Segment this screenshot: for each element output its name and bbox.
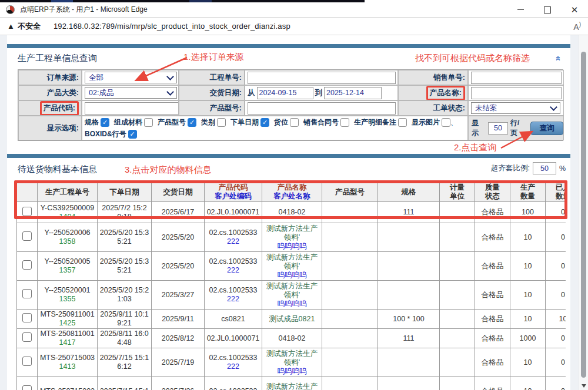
- checkbox-unchecked-icon[interactable]: [398, 118, 407, 127]
- window-titlebar: 点晴ERP子系统 - 用户1 - Microsoft Edge ✕: [0, 0, 588, 18]
- status-label: 工单状态:: [398, 100, 468, 116]
- sales-order-cell: [468, 70, 564, 85]
- table-row: MTS-2507150022025/7/15 15:12025/7/2602.c…: [17, 377, 566, 390]
- cell-product-code: 02.cs.1002533222: [205, 348, 262, 377]
- order-source-label: 订单来源:: [18, 70, 82, 85]
- cell-product-name: 测试新方法生产领料'呜呜呜呜: [262, 223, 322, 252]
- date-from-input[interactable]: [257, 87, 313, 99]
- rows-prefix-label: 显示: [472, 118, 486, 138]
- display-option[interactable]: 产品型号✓: [158, 117, 196, 127]
- display-option[interactable]: 销售合同号: [303, 117, 349, 127]
- checkbox-unchecked-icon[interactable]: [290, 118, 299, 127]
- display-option[interactable]: 下单日期✓: [230, 117, 269, 127]
- checkbox-checked-icon[interactable]: ✓: [260, 118, 269, 127]
- date-to-input[interactable]: [324, 87, 382, 99]
- row-checkbox[interactable]: [22, 332, 32, 342]
- ratio-input[interactable]: [533, 162, 556, 174]
- cell-model: [322, 348, 378, 377]
- scrollbar-thumb[interactable]: [581, 52, 586, 378]
- chevron-down-icon: [166, 73, 174, 80]
- product-model-input[interactable]: [248, 102, 396, 115]
- row-checkbox[interactable]: [22, 289, 32, 298]
- cell-spec: 111: [378, 329, 440, 348]
- cell-select: [17, 202, 38, 223]
- column-header: 已入 数量: [546, 183, 566, 202]
- cell-order-date: 2025/8/11 16:0 4:48: [98, 329, 152, 348]
- checkbox-unchecked-icon[interactable]: [217, 118, 226, 127]
- cell-product-code: 02.cs.1002533: [205, 377, 262, 390]
- cell-order-date: 2025/9/11 10:1 9:21: [98, 310, 152, 329]
- checkbox-checked-icon[interactable]: ✓: [128, 130, 137, 139]
- row-checkbox[interactable]: [22, 260, 32, 270]
- order-source-select[interactable]: 全部: [85, 72, 177, 83]
- page-left-margin: [0, 35, 7, 390]
- sales-order-input[interactable]: [471, 72, 562, 84]
- cell-quality-status: 合格品: [475, 281, 510, 310]
- checkbox-unchecked-icon[interactable]: [144, 118, 153, 127]
- display-option[interactable]: 生产明细备注: [354, 117, 407, 127]
- product-code-label: 产品代码:: [44, 104, 75, 112]
- not-secure-label[interactable]: 不安全: [18, 21, 41, 32]
- cell-product-name: 测试新方法生产领料'呜呜呜呜: [262, 281, 322, 310]
- display-option[interactable]: 显示图片、: [412, 117, 457, 127]
- cell-quality-status: 合格品: [475, 348, 510, 377]
- cell-select: [17, 348, 38, 377]
- checkbox-unchecked-icon[interactable]: [442, 118, 450, 127]
- row-checkbox[interactable]: [22, 385, 32, 390]
- cell-production-qty: 10: [510, 348, 546, 377]
- product-code-input[interactable]: [85, 102, 179, 115]
- cell-due-date: 2025/5/20: [152, 252, 205, 281]
- category-select[interactable]: 02:成品: [85, 87, 177, 99]
- cell-due-date: 2025/7/26: [152, 377, 205, 390]
- scrollbar-down-arrow-icon[interactable]: [582, 384, 586, 388]
- display-option[interactable]: 类别: [201, 117, 226, 127]
- cell-model: [322, 281, 378, 310]
- row-checkbox[interactable]: [22, 313, 32, 322]
- checkbox-checked-icon[interactable]: ✓: [101, 118, 109, 127]
- display-option[interactable]: 规格✓: [85, 117, 109, 127]
- cell-unit: [440, 329, 475, 348]
- cell-unit: [440, 310, 475, 329]
- collapse-panel-icon[interactable]: «: [554, 56, 564, 60]
- rows-per-page-input[interactable]: [488, 122, 508, 135]
- status-select[interactable]: 未结案: [471, 102, 560, 114]
- read-aloud-icon[interactable]: A): [573, 21, 581, 32]
- maximize-button[interactable]: [534, 2, 561, 18]
- display-options-cell: 规格✓组成材料产品型号✓类别下单日期✓货位销售合同号生产明细备注显示图片、 BO…: [82, 116, 468, 140]
- url-text[interactable]: 192.168.0.32:789/mis/mrp/slc_product_int…: [54, 22, 290, 31]
- cell-quality-status: 合格品: [475, 252, 510, 281]
- product-name-input[interactable]: [471, 87, 562, 99]
- display-options-label: 显示选项:: [18, 116, 82, 140]
- cell-order-no: MTS-2509110011425: [38, 310, 98, 329]
- cell-production-qty: 100: [510, 202, 546, 223]
- column-header: 质量 状态: [475, 183, 510, 202]
- display-option[interactable]: 组成材料: [114, 117, 153, 127]
- checkbox-checked-icon[interactable]: ✓: [188, 118, 196, 127]
- cell-model: [322, 310, 378, 329]
- search-button[interactable]: 查询: [530, 122, 563, 135]
- close-button[interactable]: ✕: [561, 2, 588, 18]
- cell-production-qty: 10: [510, 377, 546, 390]
- display-option[interactable]: 货位: [274, 117, 299, 127]
- cell-unit: [440, 252, 475, 281]
- page-scrollbar[interactable]: [579, 35, 588, 390]
- minimize-icon: [517, 9, 524, 10]
- cell-order-date: 2025/5/20 15:3 5:21: [98, 223, 152, 252]
- row-checkbox[interactable]: [22, 207, 32, 216]
- order-source-cell: 全部: [82, 70, 179, 85]
- row-checkbox[interactable]: [22, 231, 32, 241]
- column-header: [17, 183, 38, 202]
- cell-due-date: 2025/9/11: [152, 310, 205, 329]
- minimize-button[interactable]: [507, 2, 534, 18]
- row-checkbox[interactable]: [22, 357, 32, 366]
- maximize-icon: [544, 6, 551, 14]
- cell-spec: 111: [378, 202, 440, 223]
- display-options-line1: 规格✓组成材料产品型号✓类别下单日期✓货位销售合同号生产明细备注显示图片、: [85, 117, 467, 127]
- work-order-input[interactable]: [248, 72, 396, 84]
- cell-received-qty: 0: [546, 329, 566, 348]
- materials-table: 生产工程单号下单日期交货日期产品代码客户处编码产品名称客户处名称产品型号规格计量…: [16, 182, 566, 390]
- not-secure-warning-icon[interactable]: ▲: [7, 22, 15, 31]
- checkbox-unchecked-icon[interactable]: [340, 118, 349, 127]
- cell-order-date: 2025/5/20 15:3 5:21: [98, 252, 152, 281]
- display-option[interactable]: BOXID&行号✓: [85, 129, 137, 139]
